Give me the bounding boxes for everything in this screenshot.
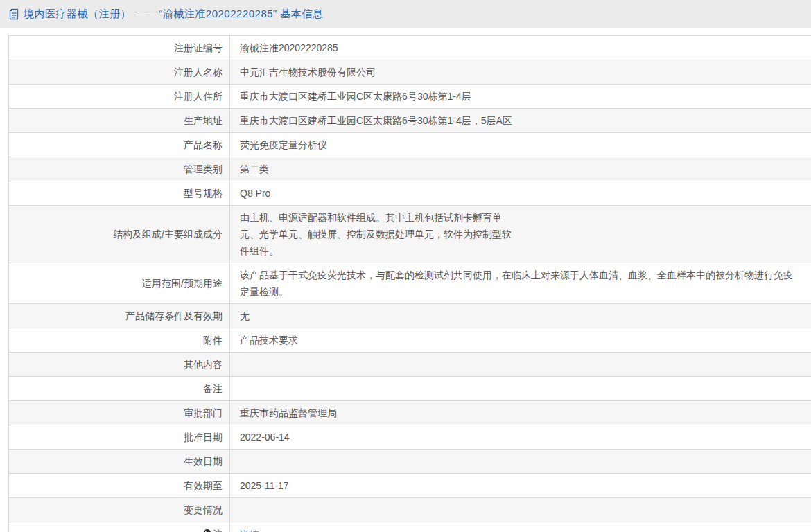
row-value: 第二类: [230, 157, 811, 181]
table-row: 结构及组成/主要组成成分由主机、电源适配器和软件组成。其中主机包括试剂卡孵育单 …: [9, 206, 811, 263]
table-row: 产品储存条件及有效期无: [9, 304, 811, 328]
row-value-text: 荧光免疫定量分析仪: [240, 139, 327, 150]
row-value-text: 2022-06-14: [240, 432, 290, 443]
table-row: 批准日期2022-06-14: [9, 425, 811, 450]
page-title: 境内医疗器械（注册） —— “渝械注准20202220285” 基本信息: [24, 8, 323, 21]
table-row: 管理类别第二类: [9, 157, 811, 181]
row-value: 重庆市大渡口区建桥工业园C区太康路6号30栋第1-4层，5层A区: [230, 109, 811, 133]
row-label: 有效期至: [9, 474, 230, 498]
row-label: 产品名称: [9, 133, 230, 157]
row-label: 生效日期: [9, 450, 230, 474]
row-label-text: 型号规格: [184, 188, 223, 199]
table-row: 变更情况: [9, 498, 811, 522]
row-label-text: 其他内容: [184, 359, 223, 370]
registration-info-table: 注册证编号渝械注准20202220285注册人名称中元汇吉生物技术股份有限公司注…: [8, 35, 811, 532]
row-label-text: 批准日期: [184, 432, 223, 443]
row-label: 注册人名称: [9, 60, 230, 85]
row-label-text: 变更情况: [184, 504, 223, 515]
row-value: Q8 Pro: [230, 181, 811, 206]
row-label: 附件: [9, 328, 230, 353]
row-label: 生产地址: [9, 109, 230, 133]
row-value: 中元汇吉生物技术股份有限公司: [230, 60, 811, 85]
row-value-text: 无: [240, 310, 250, 321]
table-row: 备注: [9, 377, 811, 401]
row-label-text: 适用范围/预期用途: [142, 278, 223, 289]
row-value-text: 中元汇吉生物技术股份有限公司: [240, 66, 376, 78]
registration-info-table-wrap: 注册证编号渝械注准20202220285注册人名称中元汇吉生物技术股份有限公司注…: [8, 35, 811, 532]
row-value-text: 重庆市药品监督管理局: [240, 407, 337, 418]
row-label-text: 管理类别: [184, 163, 223, 175]
table-row: 产品名称荧光免疫定量分析仪: [9, 133, 811, 157]
row-label: 结构及组成/主要组成成分: [9, 206, 230, 263]
row-value: 产品技术要求: [230, 328, 811, 353]
row-value: 2025-11-17: [230, 474, 811, 498]
row-value-text: 重庆市大渡口区建桥工业园C区太康路6号30栋第1-4层，5层A区: [240, 115, 512, 126]
info-table-body: 注册证编号渝械注准20202220285注册人名称中元汇吉生物技术股份有限公司注…: [9, 36, 811, 532]
page-header: 境内医疗器械（注册） —— “渝械注准20202220285” 基本信息: [0, 0, 811, 28]
row-label: 其他内容: [9, 353, 230, 377]
row-label-text: 注册人住所: [174, 91, 223, 102]
table-row: 附件产品技术要求: [9, 328, 811, 353]
document-icon: [9, 8, 19, 20]
table-row: 注详情: [9, 522, 811, 532]
row-value: [230, 450, 811, 474]
row-value-text: 渝械注准20202220285: [240, 42, 338, 53]
row-value: 该产品基于干式免疫荧光技术，与配套的检测试剂共同使用，在临床上对来源于人体血清、…: [230, 263, 811, 304]
row-value: 详情: [230, 522, 811, 532]
row-value-text: 2025-11-17: [240, 480, 289, 491]
row-label-text: 审批部门: [184, 407, 223, 418]
row-value: [230, 377, 811, 401]
row-value: [230, 498, 811, 522]
row-value-text: 重庆市大渡口区建桥工业园C区太康路6号30栋第1-4层: [240, 91, 471, 102]
row-label: 管理类别: [9, 157, 230, 181]
row-label-text: 产品名称: [184, 139, 223, 150]
row-value-text: Q8 Pro: [240, 188, 270, 199]
row-label: 适用范围/预期用途: [9, 263, 230, 304]
row-label: 产品储存条件及有效期: [9, 304, 230, 328]
row-label-text: 有效期至: [184, 480, 223, 491]
row-value: 渝械注准20202220285: [230, 36, 811, 60]
row-label-text: 生效日期: [184, 456, 223, 467]
row-label-text: 注册证编号: [174, 42, 223, 53]
row-label-text: 生产地址: [184, 115, 223, 126]
row-value-text: 由主机、电源适配器和软件组成。其中主机包括试剂卡孵育单 元、光学单元、触摸屏、控…: [240, 212, 512, 256]
table-row: 型号规格Q8 Pro: [9, 181, 811, 206]
row-value: 2022-06-14: [230, 425, 811, 450]
row-value-text: 第二类: [240, 163, 269, 175]
details-link[interactable]: 详情: [240, 529, 259, 532]
table-row: 注册人名称中元汇吉生物技术股份有限公司: [9, 60, 811, 85]
row-value-text: 产品技术要求: [240, 335, 298, 346]
row-label-text: 备注: [203, 383, 223, 394]
row-label: 注: [9, 522, 230, 532]
table-row: 有效期至2025-11-17: [9, 474, 811, 498]
table-row: 审批部门重庆市药品监督管理局: [9, 401, 811, 425]
row-label: 备注: [9, 377, 230, 401]
row-value: 重庆市大渡口区建桥工业园C区太康路6号30栋第1-4层: [230, 85, 811, 109]
table-row: 生产地址重庆市大渡口区建桥工业园C区太康路6号30栋第1-4层，5层A区: [9, 109, 811, 133]
row-label: 批准日期: [9, 425, 230, 450]
row-label-text: 产品储存条件及有效期: [125, 310, 223, 321]
row-label: 型号规格: [9, 181, 230, 206]
row-label-text: 附件: [203, 335, 223, 346]
table-row: 其他内容: [9, 353, 811, 377]
row-label-text: 注: [213, 529, 223, 532]
table-row: 适用范围/预期用途该产品基于干式免疫荧光技术，与配套的检测试剂共同使用，在临床上…: [9, 263, 811, 304]
row-label-text: 注册人名称: [174, 66, 223, 78]
row-label: 注册证编号: [9, 36, 230, 60]
row-label: 变更情况: [9, 498, 230, 522]
table-row: 注册人住所重庆市大渡口区建桥工业园C区太康路6号30栋第1-4层: [9, 85, 811, 109]
row-value: 无: [230, 304, 811, 328]
row-value: [230, 353, 811, 377]
row-value: 由主机、电源适配器和软件组成。其中主机包括试剂卡孵育单 元、光学单元、触摸屏、控…: [230, 206, 811, 263]
note-bulb-icon: [203, 527, 211, 532]
row-label: 注册人住所: [9, 85, 230, 109]
table-row: 注册证编号渝械注准20202220285: [9, 36, 811, 60]
row-value: 荧光免疫定量分析仪: [230, 133, 811, 157]
row-value: 重庆市药品监督管理局: [230, 401, 811, 425]
row-value-text: 该产品基于干式免疫荧光技术，与配套的检测试剂共同使用，在临床上对来源于人体血清、…: [240, 269, 793, 297]
row-label-text: 结构及组成/主要组成成分: [113, 229, 223, 240]
row-label: 审批部门: [9, 401, 230, 425]
table-row: 生效日期: [9, 450, 811, 474]
